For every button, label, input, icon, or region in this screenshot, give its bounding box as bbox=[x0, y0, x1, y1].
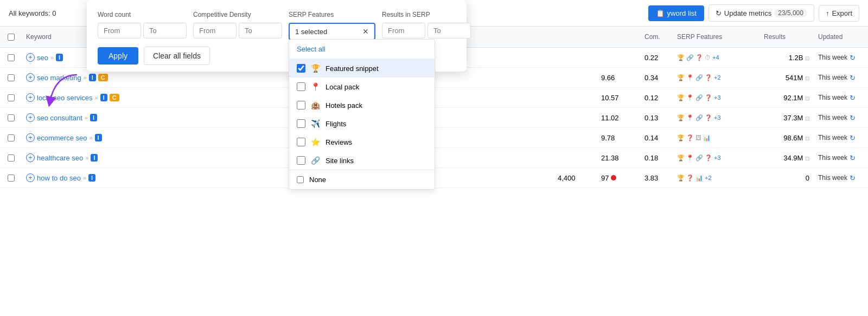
keyword-text[interactable]: healthcare seo bbox=[37, 154, 83, 162]
apply-button[interactable]: Apply bbox=[98, 47, 138, 65]
com-cell: 0.34 bbox=[640, 70, 673, 85]
results-from-input[interactable] bbox=[382, 23, 425, 38]
keyword-text[interactable]: seo marketing bbox=[37, 74, 81, 82]
updated-cell: This week ↻ bbox=[814, 70, 868, 85]
add-keyword-icon[interactable]: + bbox=[26, 153, 35, 162]
refresh-icon: ↻ bbox=[716, 9, 722, 17]
header-kd bbox=[597, 31, 640, 43]
export-button[interactable]: ↑ Export bbox=[819, 5, 859, 22]
volume-cell: 4,400 bbox=[553, 171, 597, 185]
serp-features-cell: 🏆📍🔗❓ +2 bbox=[673, 71, 760, 85]
row-checkbox[interactable] bbox=[8, 134, 15, 141]
keyword-text[interactable]: seo bbox=[37, 54, 48, 62]
chevron-icon: » bbox=[84, 74, 87, 81]
hotels-pack-checkbox[interactable] bbox=[297, 101, 305, 109]
keyword-list-button[interactable]: 📋 yword list bbox=[648, 5, 704, 21]
comp-density-from-input[interactable] bbox=[193, 23, 237, 38]
chevron-icon: » bbox=[83, 175, 86, 181]
row-checkbox[interactable] bbox=[8, 175, 15, 182]
site-links-checkbox[interactable] bbox=[297, 156, 305, 165]
competitive-density-inputs bbox=[193, 23, 282, 38]
comp-density-to-input[interactable] bbox=[239, 23, 282, 38]
keyword-cell: + seo consultant » I bbox=[22, 110, 553, 125]
chevron-icon: » bbox=[95, 94, 98, 101]
keyword-cell: + healthcare seo » I bbox=[22, 150, 553, 165]
updated-cell: This week ↻ bbox=[814, 111, 868, 125]
serp-features-cell: 🏆❓🖼📊 bbox=[673, 131, 760, 145]
add-keyword-icon[interactable]: + bbox=[26, 93, 35, 102]
add-keyword-icon[interactable]: + bbox=[26, 53, 35, 62]
serp-features-group: SERP Features 1 selected ✕ Select all 🏆 … bbox=[289, 11, 375, 40]
featured-snippet-checkbox[interactable] bbox=[297, 64, 305, 73]
keyword-cell: + how to do seo » I bbox=[22, 170, 553, 185]
dropdown-scrollable: 🏆 Featured snippet 📍 Local pack 🏨 Hotels… bbox=[289, 59, 435, 170]
tag-i: I bbox=[90, 114, 97, 121]
updated-cell: This week ↻ bbox=[814, 171, 868, 185]
volume-cell bbox=[553, 54, 597, 61]
reviews-checkbox[interactable] bbox=[297, 138, 305, 146]
dropdown-item-flights[interactable]: ✈️ Flights bbox=[289, 114, 435, 133]
serp-features-selector[interactable]: 1 selected ✕ bbox=[289, 23, 375, 40]
select-all-checkbox[interactable] bbox=[8, 34, 15, 41]
keyword-text[interactable]: how to do seo bbox=[37, 174, 81, 182]
serp-features-cell: 🏆📍🔗❓ +3 bbox=[673, 91, 760, 105]
header-updated: Updated bbox=[814, 31, 868, 43]
dropdown-item-reviews[interactable]: ⭐ Reviews bbox=[289, 133, 435, 151]
updated-cell: This week ↻ bbox=[814, 131, 868, 145]
serp-clear-button[interactable]: ✕ bbox=[362, 27, 369, 36]
updated-cell: This week ↻ bbox=[814, 151, 868, 165]
add-keyword-icon[interactable]: + bbox=[26, 113, 35, 122]
serp-selected-text: 1 selected bbox=[295, 28, 327, 36]
flights-checkbox[interactable] bbox=[297, 119, 305, 128]
updated-cell: This week ↻ bbox=[814, 50, 868, 65]
serp-features-cell: 🏆🔗❓⏱ +4 bbox=[673, 51, 760, 65]
competitive-density-group: Competitive Density bbox=[193, 11, 282, 38]
row-checkbox[interactable] bbox=[8, 74, 15, 81]
keyword-text[interactable]: ecommerce seo bbox=[37, 134, 87, 142]
com-cell: 0.14 bbox=[640, 131, 673, 145]
local-pack-label: Local pack bbox=[326, 83, 359, 91]
row-checkbox[interactable] bbox=[8, 54, 15, 61]
select-all-option[interactable]: Select all bbox=[289, 40, 435, 59]
add-keyword-icon[interactable]: + bbox=[26, 173, 35, 182]
kd-dot bbox=[611, 175, 616, 180]
dropdown-item-site-links[interactable]: 🔗 Site links bbox=[289, 151, 435, 170]
row-checkbox[interactable] bbox=[8, 114, 15, 121]
keyword-text[interactable]: seo consultant bbox=[37, 114, 82, 122]
word-count-label: Word count bbox=[98, 11, 187, 18]
hotels-pack-label: Hotels pack bbox=[326, 101, 362, 109]
chevron-icon: » bbox=[50, 54, 54, 61]
update-badge: 23/5,000 bbox=[774, 9, 807, 17]
featured-snippet-icon: 🏆 bbox=[311, 64, 320, 73]
keyword-text[interactable]: local seo services bbox=[37, 94, 93, 102]
dropdown-item-featured-snippet[interactable]: 🏆 Featured snippet bbox=[289, 59, 435, 78]
none-checkbox[interactable] bbox=[297, 176, 304, 183]
add-keyword-icon[interactable]: + bbox=[26, 133, 35, 142]
header-volume bbox=[553, 31, 597, 43]
com-cell: 3.83 bbox=[640, 171, 673, 185]
local-pack-checkbox[interactable] bbox=[297, 82, 305, 91]
row-checkbox[interactable] bbox=[8, 154, 15, 162]
volume-cell bbox=[553, 114, 597, 121]
filter-popup: Word count Competitive Density SERP Feat… bbox=[87, 0, 467, 72]
flights-icon: ✈️ bbox=[311, 119, 320, 128]
clear-button[interactable]: Clear all fields bbox=[144, 47, 210, 65]
row-checkbox[interactable] bbox=[8, 94, 15, 101]
volume-cell bbox=[553, 154, 597, 161]
serp-features-cell: 🏆📍🔗❓ +3 bbox=[673, 111, 760, 125]
results-in-serp-group: Results in SERP bbox=[382, 11, 471, 38]
add-keyword-icon[interactable]: + bbox=[26, 73, 35, 82]
results-to-input[interactable] bbox=[427, 23, 471, 38]
header-results: Results bbox=[760, 31, 814, 43]
dropdown-item-hotels-pack[interactable]: 🏨 Hotels pack bbox=[289, 96, 435, 114]
serp-features-dropdown: Select all 🏆 Featured snippet 📍 Local pa… bbox=[289, 39, 435, 190]
word-count-from-input[interactable] bbox=[98, 23, 141, 38]
dropdown-item-none[interactable]: None bbox=[289, 170, 435, 189]
kd-cell: 21.38 bbox=[597, 151, 640, 165]
word-count-to-input[interactable] bbox=[143, 23, 187, 38]
dropdown-item-local-pack[interactable]: 📍 Local pack bbox=[289, 78, 435, 96]
update-metrics-button[interactable]: ↻ Update metrics 23/5,000 bbox=[709, 4, 814, 22]
export-icon: ↑ bbox=[826, 9, 829, 17]
serp-features-label: SERP Features bbox=[289, 11, 375, 18]
tag-i: I bbox=[88, 174, 95, 182]
